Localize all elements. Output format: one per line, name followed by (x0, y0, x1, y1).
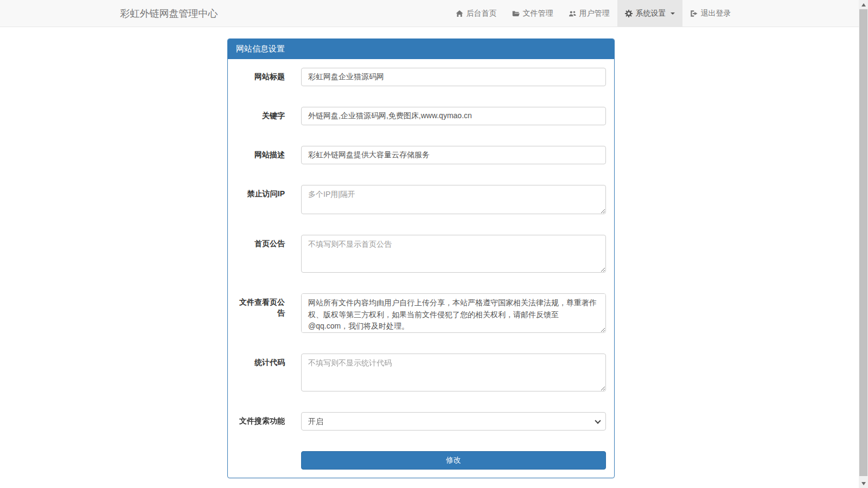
file-search-select[interactable]: 开启 (301, 412, 606, 431)
sign-out-icon (690, 10, 698, 17)
folder-open-icon (512, 10, 520, 17)
nav-item-label: 文件管理 (523, 9, 553, 18)
nav-item-label: 用户管理 (579, 9, 610, 18)
stats-code-col (301, 354, 606, 391)
caret-down-icon (671, 12, 675, 15)
nav-item-label: 后台首页 (467, 9, 497, 18)
file-search-col: 开启 (301, 412, 606, 431)
banned-ip-textarea[interactable] (301, 185, 606, 214)
navbar-brand[interactable]: 彩虹外链网盘管理中心 (120, 0, 218, 27)
panel-title: 网站信息设置 (228, 39, 614, 59)
banned-ip-col (301, 185, 606, 214)
navbar-menu: 后台首页 文件管理 用户管理 (448, 0, 739, 27)
users-icon (569, 10, 576, 17)
file-notice-col (301, 293, 606, 333)
form-group-description: 网站描述 (236, 146, 606, 164)
submit-spacer (236, 451, 285, 470)
description-input[interactable] (301, 146, 606, 164)
nav-item-dashboard[interactable]: 后台首页 (448, 0, 505, 27)
file-notice-label: 文件查看页公告 (236, 293, 285, 333)
form-group-keywords: 关键字 (236, 107, 606, 125)
site-settings-panel: 网站信息设置 网站标题 关键字 网站描述 禁止 (227, 38, 615, 478)
home-notice-col (301, 235, 606, 273)
form-group-site-title: 网站标题 (236, 68, 606, 86)
stats-code-label: 统计代码 (236, 354, 285, 391)
home-notice-label: 首页公告 (236, 235, 285, 273)
description-col (301, 146, 606, 164)
nav-item-label: 系统设置 (636, 9, 666, 18)
gear-icon (625, 10, 633, 17)
scrollbar-thumb[interactable] (859, 9, 867, 476)
stats-code-textarea[interactable] (301, 354, 606, 391)
triangle-up-icon (861, 3, 866, 7)
form-group-submit: 修改 (236, 451, 606, 470)
submit-col: 修改 (301, 451, 606, 470)
keywords-col (301, 107, 606, 125)
navbar-container: 彩虹外链网盘管理中心 后台首页 文件管理 (112, 0, 747, 27)
scrollbar-up-arrow[interactable] (859, 0, 868, 9)
home-notice-textarea[interactable] (301, 235, 606, 273)
site-title-col (301, 68, 606, 86)
site-title-input[interactable] (301, 68, 606, 86)
form-group-home-notice: 首页公告 (236, 235, 606, 273)
form-group-file-search: 文件搜索功能 开启 (236, 412, 606, 431)
nav-item-file-management[interactable]: 文件管理 (505, 0, 561, 27)
triangle-down-icon (861, 482, 866, 485)
home-icon (456, 10, 463, 17)
banned-ip-label: 禁止访问IP (236, 185, 285, 214)
panel-body: 网站标题 关键字 网站描述 禁止访问IP (228, 59, 614, 478)
nav-item-user-management[interactable]: 用户管理 (561, 0, 617, 27)
scrollbar-down-arrow[interactable] (859, 479, 868, 488)
vertical-scrollbar[interactable] (859, 0, 868, 488)
nav-item-system-settings[interactable]: 系统设置 (617, 0, 682, 27)
file-notice-textarea[interactable] (301, 293, 606, 333)
form-group-stats-code: 统计代码 (236, 354, 606, 391)
top-navbar: 彩虹外链网盘管理中心 后台首页 文件管理 (0, 0, 859, 27)
file-search-label: 文件搜索功能 (236, 412, 285, 431)
nav-item-label: 退出登录 (701, 9, 731, 18)
form-group-file-notice: 文件查看页公告 (236, 293, 606, 333)
description-label: 网站描述 (236, 146, 285, 164)
file-search-select-wrap: 开启 (301, 412, 606, 431)
submit-button[interactable]: 修改 (301, 451, 606, 470)
keywords-label: 关键字 (236, 107, 285, 125)
page: 彩虹外链网盘管理中心 后台首页 文件管理 (0, 0, 859, 488)
form-group-banned-ip: 禁止访问IP (236, 185, 606, 214)
site-title-label: 网站标题 (236, 68, 285, 86)
keywords-input[interactable] (301, 107, 606, 125)
nav-item-logout[interactable]: 退出登录 (682, 0, 739, 27)
